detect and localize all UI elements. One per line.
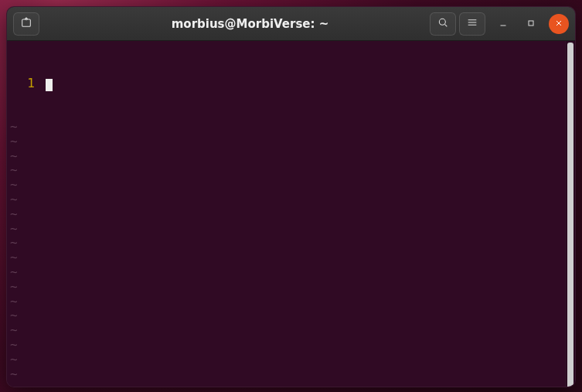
empty-line-marker: ~ (10, 222, 572, 237)
close-icon (554, 16, 563, 31)
empty-line-marker: ~ (10, 308, 572, 323)
scrollbar-thumb[interactable] (567, 43, 573, 387)
minimize-icon (499, 16, 508, 31)
scrollbar[interactable] (565, 41, 575, 387)
empty-line-marker: ~ (10, 178, 572, 193)
vim-editor[interactable]: 1 ~~~~~~~~~~~~~~~~~~~~~ :set number 0,0-… (7, 41, 575, 387)
text-cursor (46, 79, 53, 91)
new-tab-button[interactable] (13, 12, 39, 36)
editor-line-1: 1 (10, 77, 572, 91)
empty-line-marker: ~ (10, 280, 572, 295)
svg-rect-2 (529, 21, 533, 26)
empty-line-marker: ~ (10, 207, 572, 222)
empty-line-marker: ~ (10, 338, 572, 353)
titlebar: morbius@MorbiVerse: ~ (7, 7, 575, 41)
maximize-icon (526, 16, 536, 31)
new-tab-icon (20, 16, 32, 32)
line-number: 1 (10, 77, 38, 91)
window-title: morbius@MorbiVerse: ~ (75, 17, 425, 31)
titlebar-spacer (44, 12, 70, 36)
empty-line-marker: ~ (10, 135, 572, 149)
empty-line-marker: ~ (10, 163, 572, 178)
empty-line-marker: ~ (10, 236, 572, 251)
search-icon (437, 16, 449, 32)
terminal-body: 1 ~~~~~~~~~~~~~~~~~~~~~ :set number 0,0-… (7, 41, 575, 387)
maximize-button[interactable] (521, 14, 541, 34)
empty-line-marker: ~ (10, 149, 572, 164)
empty-line-marker: ~ (10, 265, 572, 280)
empty-line-marker: ~ (10, 323, 572, 338)
hamburger-icon (466, 16, 478, 32)
empty-line-marker: ~ (10, 353, 572, 367)
svg-point-1 (439, 19, 445, 25)
search-button[interactable] (430, 12, 456, 36)
empty-line-marker: ~ (10, 120, 572, 135)
close-button[interactable] (549, 14, 569, 34)
empty-line-marker: ~ (10, 193, 572, 207)
svg-rect-0 (22, 19, 31, 26)
empty-line-marker: ~ (10, 295, 572, 309)
minimize-button[interactable] (493, 14, 513, 34)
empty-line-marker: ~ (10, 381, 572, 387)
empty-lines: ~~~~~~~~~~~~~~~~~~~~~ (10, 120, 572, 387)
empty-line-marker: ~ (10, 251, 572, 265)
menu-button[interactable] (459, 12, 485, 36)
empty-line-marker: ~ (10, 367, 572, 382)
terminal-window: morbius@MorbiVerse: ~ (6, 6, 576, 387)
